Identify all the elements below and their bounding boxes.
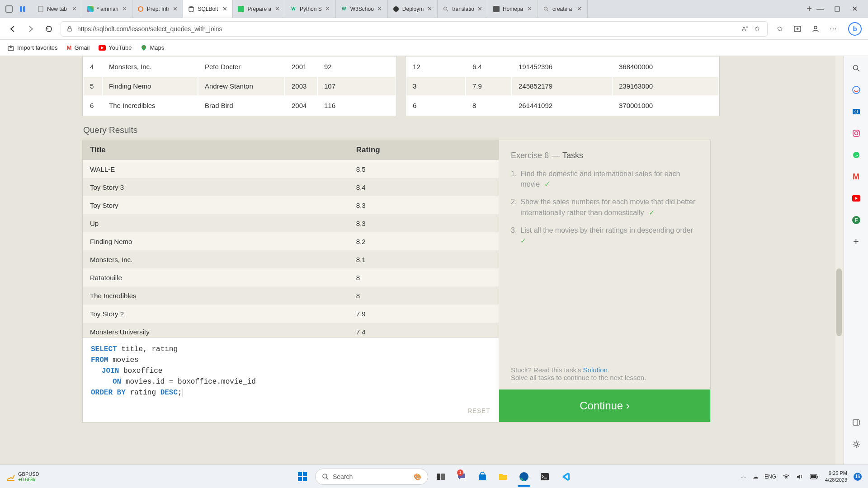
- browser-tab[interactable]: Prep: Intr✕: [132, 0, 183, 18]
- tab-close-icon[interactable]: ✕: [121, 6, 127, 12]
- page-scrollbar[interactable]: [835, 56, 843, 465]
- sidebar-toggle-icon[interactable]: [850, 417, 862, 428]
- sql-editor[interactable]: SELECT title, rating FROM movies JOIN bo…: [82, 338, 499, 422]
- browser-tab[interactable]: New tab✕: [33, 0, 82, 18]
- whatsapp-icon[interactable]: [850, 149, 862, 161]
- edge-side-panel: O M F +: [844, 56, 868, 465]
- stock-icon: [6, 472, 15, 481]
- collections-icon[interactable]: [791, 23, 804, 35]
- tab-close-icon[interactable]: ✕: [377, 6, 383, 12]
- browser-tab[interactable]: Prepare a✕: [233, 0, 285, 18]
- continue-button[interactable]: Continue ›: [499, 389, 710, 422]
- gear-icon[interactable]: [850, 438, 862, 450]
- svg-rect-47: [817, 476, 818, 478]
- workspaces-icon[interactable]: [17, 4, 28, 14]
- task-view-icon[interactable]: [433, 469, 449, 485]
- forward-button[interactable]: [24, 23, 37, 35]
- browser-tab[interactable]: Homepa✕: [488, 0, 538, 18]
- read-aloud-icon[interactable]: A»: [742, 25, 748, 32]
- back-button[interactable]: [6, 23, 19, 35]
- menu-icon[interactable]: ⋯: [827, 23, 840, 35]
- reset-button[interactable]: RESET: [468, 407, 491, 417]
- tabs-container: New tab✕* amman✕Prep: Intr✕SQLBolt✕Prepa…: [33, 0, 802, 18]
- edge-icon[interactable]: [516, 469, 532, 485]
- volume-icon[interactable]: [796, 473, 803, 480]
- start-button[interactable]: [294, 469, 311, 485]
- results-table-scroll[interactable]: Title Rating WALL-E8.5Toy Story 38.4Toy …: [82, 140, 499, 338]
- explorer-icon[interactable]: [495, 469, 511, 485]
- browser-tab[interactable]: Deploym✕: [388, 0, 438, 18]
- browser-nav-bar: https://sqlbolt.com/lesson/select_querie…: [0, 18, 868, 40]
- chat-icon[interactable]: 1: [453, 469, 470, 485]
- refresh-button[interactable]: [42, 23, 55, 35]
- store-icon[interactable]: [474, 469, 491, 485]
- tab-close-icon[interactable]: ✕: [527, 6, 533, 12]
- text-cursor: [183, 389, 183, 397]
- browser-tab[interactable]: WW3Schoo✕: [336, 0, 388, 18]
- vscode-icon[interactable]: [557, 469, 574, 485]
- taskbar-widget-stock[interactable]: GBPUSD +0.66%: [6, 471, 39, 482]
- search-icon[interactable]: [850, 62, 862, 74]
- maximize-icon[interactable]: [832, 4, 843, 14]
- taskbar-clock[interactable]: 9:25 PM 4/28/2023: [825, 470, 847, 483]
- wifi-icon[interactable]: [783, 473, 790, 480]
- browser-tab[interactable]: * amman✕: [82, 0, 132, 18]
- movies-table: 4Monsters, Inc.Pete Docter2001925Finding…: [82, 56, 397, 116]
- profile-icon[interactable]: [809, 23, 822, 35]
- bookmark-gmail[interactable]: M Gmail: [67, 44, 90, 51]
- tab-close-icon[interactable]: ✕: [274, 6, 280, 12]
- tab-close-icon[interactable]: ✕: [576, 6, 583, 12]
- solution-link[interactable]: Solution: [583, 366, 608, 374]
- table-row: The Incredibles8: [83, 286, 499, 305]
- bookmark-maps[interactable]: Maps: [141, 44, 164, 51]
- browser-tab[interactable]: create a✕: [538, 0, 588, 18]
- outlook-icon[interactable]: O: [850, 106, 862, 117]
- table-row: Finding Nemo8.2: [83, 232, 499, 250]
- youtube-sidebar-icon[interactable]: [850, 192, 862, 204]
- copilot-icon[interactable]: [850, 84, 862, 96]
- svg-line-40: [326, 478, 328, 479]
- tab-close-icon[interactable]: ✕: [426, 6, 433, 12]
- browser-tab[interactable]: SQLBolt✕: [183, 0, 233, 18]
- svg-rect-48: [811, 475, 816, 478]
- import-icon: [7, 44, 14, 52]
- minimize-icon[interactable]: —: [815, 4, 826, 14]
- gmail-sidebar-icon[interactable]: M: [850, 171, 862, 183]
- notification-badge[interactable]: 16: [854, 473, 862, 481]
- tab-close-icon[interactable]: ✕: [222, 6, 228, 12]
- browser-tab[interactable]: translatio✕: [438, 0, 488, 18]
- check-icon: ✓: [646, 209, 654, 216]
- user-badge-icon[interactable]: F: [850, 214, 862, 226]
- add-tool-icon[interactable]: +: [850, 236, 862, 248]
- address-bar[interactable]: https://sqlbolt.com/lesson/select_querie…: [61, 21, 768, 37]
- battery-icon[interactable]: [810, 474, 819, 479]
- check-icon: ✓: [542, 180, 550, 188]
- onedrive-icon[interactable]: ☁: [753, 474, 758, 480]
- language-indicator[interactable]: ENG: [764, 474, 776, 480]
- tab-actions-icon[interactable]: [4, 4, 14, 14]
- tab-close-icon[interactable]: ✕: [477, 6, 483, 12]
- tab-favicon: [542, 5, 550, 13]
- bookmark-import-favorites[interactable]: Import favorites: [7, 44, 58, 52]
- browser-tab[interactable]: WPython S✕: [285, 0, 336, 18]
- tab-close-icon[interactable]: ✕: [172, 6, 178, 12]
- query-results-table: Title Rating WALL-E8.5Toy Story 38.4Toy …: [83, 140, 499, 338]
- sql-keyword: FROM: [91, 356, 108, 364]
- tab-favicon: [493, 5, 500, 13]
- tab-close-icon[interactable]: ✕: [325, 6, 331, 12]
- tab-title: Homepa: [503, 6, 524, 12]
- tab-title: create a: [552, 6, 574, 12]
- tab-close-icon[interactable]: ✕: [71, 6, 77, 12]
- terminal-icon[interactable]: [537, 469, 553, 485]
- favorite-icon[interactable]: ✩: [755, 25, 760, 32]
- bookmark-youtube[interactable]: YouTube: [99, 44, 132, 51]
- tray-chevron-icon[interactable]: ︿: [741, 473, 746, 480]
- instagram-icon[interactable]: [850, 127, 862, 139]
- favorites-icon[interactable]: ✩: [773, 23, 786, 35]
- bookmark-label: Import favorites: [17, 44, 58, 51]
- new-tab-button[interactable]: +: [804, 4, 815, 14]
- bing-sidebar-icon[interactable]: b: [848, 22, 862, 36]
- taskbar-search[interactable]: Search 🎨: [315, 469, 428, 485]
- close-window-icon[interactable]: ✕: [849, 4, 860, 14]
- scrollbar-thumb[interactable]: [836, 268, 842, 336]
